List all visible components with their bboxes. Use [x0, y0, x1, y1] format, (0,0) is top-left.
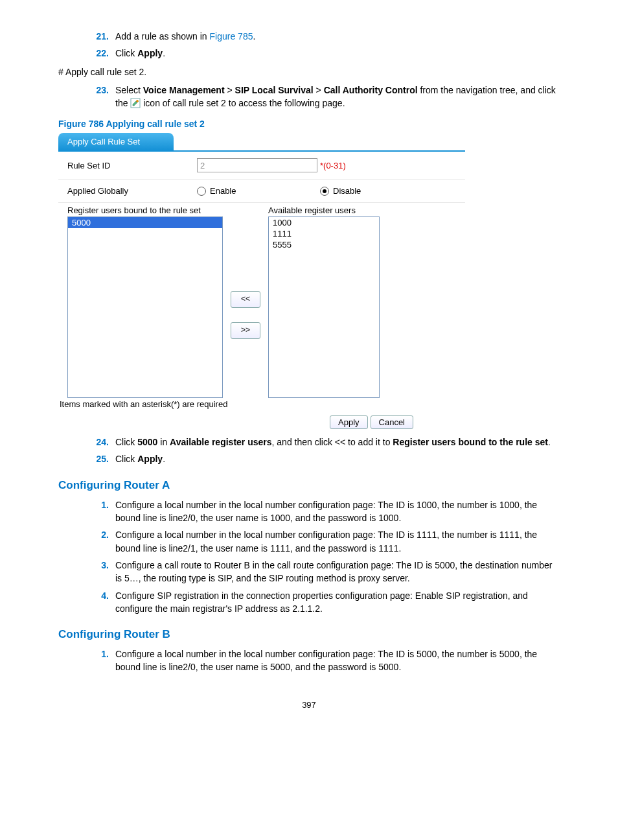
radio-enable-label: Enable [210, 186, 236, 196]
list-item[interactable]: 5000 [68, 217, 222, 228]
list-item: 2.Configure a local number in the local … [87, 528, 560, 555]
step-number: 23. [87, 84, 115, 110]
heading-configuring-router-b: Configuring Router B [58, 628, 560, 641]
text: Click [115, 48, 137, 58]
left-list-title: Register users bound to the rule set [67, 205, 223, 215]
right-list-title: Available register users [268, 205, 380, 215]
row-rule-set-id: Rule Set ID *(0-31) [58, 152, 465, 180]
step-number: 24. [87, 436, 115, 449]
list-item[interactable]: 1000 [269, 217, 379, 228]
step-number: 21. [87, 30, 115, 43]
label-applied-globally: Applied Globally [67, 186, 197, 196]
step-number: 25. [87, 452, 115, 465]
text: Add a rule as shown in [115, 31, 210, 41]
list-item[interactable]: 1111 [269, 228, 379, 239]
bound-users-list[interactable]: 5000 [67, 216, 223, 398]
required-footnote: Items marked with an asterisk(*) are req… [58, 398, 465, 413]
label-rule-set-id: Rule Set ID [67, 161, 197, 170]
move-left-button[interactable]: << [231, 291, 260, 308]
step-22: 22. Click Apply. [87, 47, 560, 60]
list-item[interactable]: 5555 [269, 239, 379, 250]
move-right-button[interactable]: >> [231, 322, 260, 339]
available-users-list[interactable]: 1000 1111 5555 [268, 216, 380, 398]
list-item: 3.Configure a call route to Router B in … [87, 559, 560, 585]
list-item: 4.Configure SIP registration in the conn… [87, 589, 560, 616]
row-applied-globally: Applied Globally Enable Disable [58, 180, 465, 203]
input-rule-set-id[interactable] [197, 158, 317, 172]
step-number: 22. [87, 47, 115, 60]
dual-listbox: Register users bound to the rule set 500… [58, 203, 465, 398]
step-24: 24. Click 5000 in Available register use… [87, 436, 560, 449]
figure-link[interactable]: Figure 785 [210, 31, 253, 41]
page-number: 397 [58, 700, 560, 710]
tab-apply-call-rule-set[interactable]: Apply Call Rule Set [58, 133, 174, 150]
text: . [163, 48, 165, 58]
figure-caption: Figure 786 Applying call rule set 2 [58, 119, 560, 129]
text: . [253, 31, 255, 41]
list-item: 1.Configure a local number in the local … [87, 498, 560, 525]
cancel-button[interactable]: Cancel [371, 415, 413, 429]
bold-text: Apply [137, 48, 163, 58]
apply-button[interactable]: Apply [330, 415, 368, 429]
edit-icon [130, 98, 141, 108]
comment-line: # Apply call rule set 2. [58, 67, 560, 77]
radio-disable[interactable] [320, 187, 329, 196]
screenshot-apply-call-rule-set: Apply Call Rule Set Rule Set ID *(0-31) … [58, 133, 465, 429]
radio-disable-label: Disable [333, 186, 361, 196]
list-item: 1.Configure a local number in the local … [87, 648, 560, 674]
step-21: 21. Add a rule as shown in Figure 785. [87, 30, 560, 43]
radio-enable[interactable] [197, 187, 206, 196]
step-25: 25. Click Apply. [87, 452, 560, 465]
heading-configuring-router-a: Configuring Router A [58, 479, 560, 492]
step-23: 23. Select Voice Management > SIP Local … [87, 84, 560, 110]
hint-range: *(0-31) [320, 161, 346, 170]
